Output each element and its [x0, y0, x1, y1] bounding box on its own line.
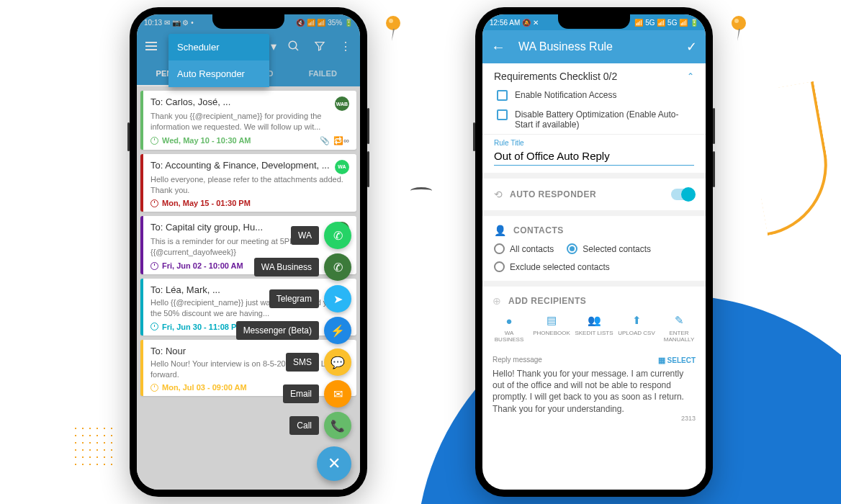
radio-exclude-contacts[interactable]: Exclude selected contacts: [494, 261, 610, 272]
recip-icon: ▤: [545, 314, 558, 327]
clock-icon: [150, 199, 158, 207]
auto-responder-section: ⟲ AUTO RESPONDER: [482, 179, 706, 216]
dropdown-item-scheduler[interactable]: Scheduler: [168, 34, 269, 60]
add-recipients-section: ⊕ ADD RECIPIENTS ●WA BUSINESS▤PHONEBOOK👥…: [482, 287, 706, 348]
card-date: Fri, Jun 02 - 10:00 AM: [162, 261, 243, 270]
rule-title-label: Rule Title: [494, 139, 694, 147]
contacts-section: 👤 CONTACTS All contacts Selected contact…: [482, 216, 706, 287]
channel-badge: WA: [335, 160, 349, 174]
clock-icon: [150, 262, 158, 270]
card-to: To: Léa, Mark, ...: [150, 284, 220, 295]
bg-squiggle: [410, 187, 432, 194]
fab-button-call[interactable]: 📞: [324, 412, 351, 439]
select-button[interactable]: ▦ SELECT: [658, 356, 696, 365]
confirm-button[interactable]: ✓: [686, 39, 697, 55]
fab-close-button[interactable]: ✕: [317, 446, 351, 481]
card-footer-icons: 📎🔁∞: [320, 136, 349, 145]
channel-icon: 📞: [330, 419, 345, 433]
auto-responder-label: AUTO RESPONDER: [510, 189, 596, 199]
requirements-title: Requirements Checklist 0/2: [494, 71, 617, 82]
char-count: 2313: [493, 415, 696, 422]
checkbox-icon[interactable]: [497, 90, 508, 101]
bg-yellow-curve: [742, 81, 838, 235]
channel-icon: 💬: [330, 356, 345, 369]
recipient-source-button[interactable]: ✎ENTER MANUALLY: [660, 314, 698, 343]
recipient-source-button[interactable]: ●WA BUSINESS: [490, 314, 529, 343]
contacts-icon: 👤: [494, 225, 506, 236]
contacts-title: CONTACTS: [513, 225, 564, 235]
fab-button-wa-business[interactable]: ✆: [324, 253, 351, 281]
reply-label: Reply message: [493, 356, 542, 365]
card-date: Fri, Jun 30 - 11:08 PM: [162, 323, 243, 331]
status-signal: 📶 5G 📶 5G 📶 🔋: [634, 19, 698, 27]
fab-label: Telegram: [269, 289, 319, 308]
svg-point-2: [386, 16, 400, 30]
fab-button-telegram[interactable]: ➤: [324, 285, 351, 312]
app-bar: ← WA Business Rule ✓: [482, 30, 706, 63]
radio-all-contacts[interactable]: All contacts: [494, 243, 554, 254]
channel-icon: ⚡: [330, 324, 345, 338]
clock-icon: [150, 137, 158, 145]
recipient-source-button[interactable]: ⬆UPLOAD CSV: [617, 314, 656, 343]
back-button[interactable]: ←: [491, 39, 505, 55]
add-recipients-title: ADD RECIPIENTS: [508, 296, 586, 306]
message-card[interactable]: To: Carlos, José, ... WAB Thank you {{@r…: [140, 91, 356, 150]
recipient-source-button[interactable]: 👥SKEDIT LISTS: [575, 314, 613, 343]
card-date: Wed, May 10 - 10:30 AM: [162, 136, 251, 145]
phone-right: 12:56 AM 🔕 ✕ 📶 5G 📶 5G 📶 🔋 ← WA Business…: [475, 7, 713, 497]
svg-point-5: [734, 19, 739, 23]
dropdown-item-autoresponder[interactable]: Auto Responder: [168, 60, 269, 87]
phone-left: 10:13 ✉ 📷 ⚙ • 🔇 📶 📶 35% 🔋 ▾ Scheduler Au…: [130, 7, 367, 497]
card-date: Mon, May 15 - 01:30 PM: [162, 199, 251, 207]
radio-selected-contacts[interactable]: Selected contacts: [567, 243, 651, 254]
recipient-source-button[interactable]: ▤PHONEBOOK: [532, 314, 571, 343]
fab-label: Messenger (Beta): [236, 321, 319, 340]
clock-icon: [150, 323, 158, 330]
fab-button-sms[interactable]: 💬: [324, 348, 351, 376]
checkbox-icon[interactable]: [497, 109, 508, 120]
status-notif-icons: 🔕 ✕: [522, 19, 539, 27]
req-item-notification[interactable]: Enable Notification Access: [482, 86, 706, 105]
card-to: To: Carlos, José, ...: [150, 96, 230, 107]
channel-badge: WAB: [335, 96, 349, 111]
fab-button-messenger-beta-[interactable]: ⚡: [324, 317, 351, 344]
bg-yellow-dots: [72, 425, 115, 468]
channel-icon: ✆: [333, 261, 343, 274]
reply-message-section: Reply message ▦ SELECT Hello! Thank you …: [482, 348, 706, 429]
card-body: Thank you {{@recipient_name}} for provid…: [150, 111, 349, 132]
svg-point-3: [389, 19, 393, 23]
auto-responder-toggle[interactable]: [671, 189, 694, 200]
fab-label: WA Business: [254, 258, 319, 276]
rule-title-section: Rule Title: [482, 134, 706, 179]
add-icon: ⊕: [493, 295, 501, 307]
card-body: Hello everyone, please refer to the atta…: [150, 174, 349, 196]
autoresponder-icon: ⟲: [494, 189, 503, 200]
recip-icon: ●: [503, 314, 516, 327]
svg-point-4: [732, 16, 746, 30]
channel-icon: ✆: [333, 229, 343, 243]
appbar-title: WA Business Rule: [518, 40, 673, 53]
req-item-battery[interactable]: Disable Battery Optimization (Enable Aut…: [482, 105, 706, 134]
fab-label: Email: [283, 384, 319, 403]
status-time: 12:56 AM: [490, 19, 520, 27]
pushpin-icon: [727, 14, 750, 43]
requirements-header[interactable]: Requirements Checklist 0/2 ⌃: [482, 63, 706, 86]
fab-menu: WA ✆ WA Business ✆ Telegram ➤ Messenger …: [236, 222, 351, 481]
fab-button-email[interactable]: ✉: [324, 380, 351, 408]
pushpin-icon: [382, 14, 405, 43]
fab-label: WA: [291, 226, 319, 245]
recip-icon: 👥: [588, 314, 601, 327]
rule-title-input[interactable]: [494, 147, 694, 166]
channel-icon: ➤: [333, 292, 343, 306]
fab-button-wa[interactable]: ✆: [324, 222, 351, 249]
card-to: To: Nour: [150, 346, 186, 356]
chevron-up-icon: ⌃: [687, 71, 694, 81]
card-date: Mon, Jul 03 - 09:00 AM: [162, 383, 247, 392]
channel-icon: ✉: [333, 387, 343, 401]
fab-label: Call: [289, 416, 319, 435]
reply-textarea[interactable]: Hello! Thank you for your message. I am …: [493, 368, 696, 415]
message-card[interactable]: To: Accounting & Finance, Development, .…: [140, 154, 356, 212]
dropdown-menu: Scheduler Auto Responder: [168, 34, 269, 87]
recip-icon: ✎: [673, 314, 685, 327]
card-to: To: Accounting & Finance, Development, .…: [150, 160, 330, 171]
